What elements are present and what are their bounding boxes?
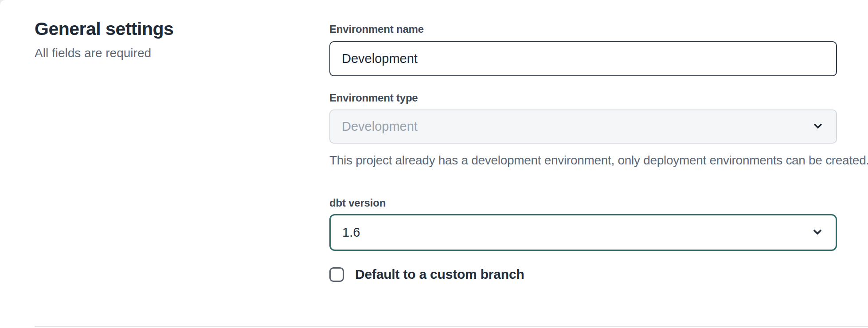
environment-type-select[interactable]: Development bbox=[329, 109, 837, 144]
page-title: General settings bbox=[35, 19, 173, 39]
custom-branch-checkbox-row[interactable]: Default to a custom branch bbox=[329, 267, 524, 282]
chevron-down-icon bbox=[811, 225, 824, 240]
dbt-version-select[interactable]: 1.6 bbox=[329, 214, 837, 251]
section-divider bbox=[35, 326, 868, 327]
environment-type-value: Development bbox=[342, 119, 804, 134]
settings-card: General settings All fields are required… bbox=[0, 0, 868, 328]
environment-type-label: Environment type bbox=[329, 92, 418, 104]
environment-name-input[interactable] bbox=[329, 41, 837, 76]
custom-branch-checkbox[interactable] bbox=[329, 267, 344, 282]
environment-type-helper-text: This project already has a development e… bbox=[329, 150, 868, 171]
section-subtitle: All fields are required bbox=[35, 46, 151, 60]
custom-branch-checkbox-label: Default to a custom branch bbox=[355, 267, 524, 282]
dbt-version-label: dbt version bbox=[329, 197, 386, 209]
dbt-version-value: 1.6 bbox=[342, 225, 804, 240]
environment-name-label: Environment name bbox=[329, 23, 424, 35]
chevron-down-icon bbox=[811, 119, 825, 134]
